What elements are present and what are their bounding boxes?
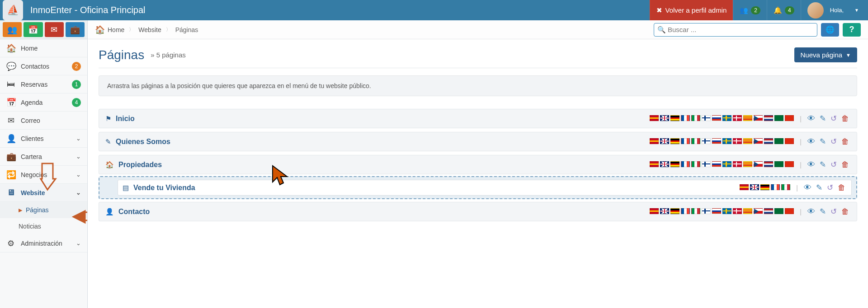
- flag-ru-icon[interactable]: [712, 161, 721, 167]
- flag-sa-icon[interactable]: [774, 208, 783, 214]
- page-row-dragging[interactable]: ▤ Vende tu Vivienda | 👁 ✎ ↺ 🗑: [118, 180, 852, 196]
- trash-icon[interactable]: 🗑: [841, 160, 849, 169]
- flag-de-icon[interactable]: [670, 161, 679, 167]
- flag-ru-icon[interactable]: [712, 115, 721, 121]
- flag-it-icon[interactable]: [691, 161, 700, 167]
- breadcrumb-website[interactable]: Website: [138, 26, 161, 33]
- quick-mail-button[interactable]: ✉: [45, 22, 64, 37]
- sidebar-sub-paginas[interactable]: ▶Páginas: [0, 202, 87, 218]
- flag-sa-icon[interactable]: [774, 115, 783, 121]
- flag-fi-icon[interactable]: [702, 115, 711, 121]
- help-button[interactable]: ?: [843, 23, 861, 37]
- drop-zone[interactable]: ▤ Vende tu Vivienda | 👁 ✎ ↺ 🗑: [99, 176, 857, 199]
- flag-dk-icon[interactable]: [733, 115, 742, 121]
- flag-cn-icon[interactable]: [785, 161, 794, 167]
- flag-fr-icon[interactable]: [681, 138, 690, 144]
- flag-cz-icon[interactable]: [754, 161, 763, 167]
- flag-fr-icon[interactable]: [681, 115, 690, 121]
- page-row[interactable]: 🏠 Propiedades | 👁 ✎ ↺ 🗑: [99, 155, 857, 174]
- flag-de-icon[interactable]: [670, 115, 679, 121]
- undo-icon[interactable]: ↺: [830, 160, 837, 169]
- flag-cn-icon[interactable]: [785, 138, 794, 144]
- sidebar-item-administracion[interactable]: ⚙Administración⌄: [0, 234, 87, 252]
- new-page-button[interactable]: Nueva página ▼: [794, 47, 857, 62]
- flag-es-icon[interactable]: [650, 115, 659, 121]
- sidebar-item-reservas[interactable]: 🛏Reservas1: [0, 75, 87, 93]
- flag-gb-icon[interactable]: [660, 161, 669, 167]
- flag-fi-icon[interactable]: [702, 138, 711, 144]
- globe-button[interactable]: 🌐: [821, 23, 839, 37]
- flag-ru-icon[interactable]: [712, 138, 721, 144]
- page-row[interactable]: ⚑ Inicio | 👁 ✎ ↺ 🗑: [99, 109, 857, 128]
- flag-de-icon[interactable]: [760, 184, 769, 190]
- edit-icon[interactable]: ✎: [816, 183, 822, 192]
- header-bell-button[interactable]: 🔔 4: [767, 0, 801, 20]
- sidebar-item-contactos[interactable]: 💬Contactos2: [0, 57, 87, 75]
- flag-nl-icon[interactable]: [764, 161, 773, 167]
- flag-sa-icon[interactable]: [774, 161, 783, 167]
- view-icon[interactable]: 👁: [804, 183, 811, 192]
- sidebar-item-website[interactable]: 🖥Website⌄: [0, 184, 87, 202]
- flag-nl-icon[interactable]: [764, 115, 773, 121]
- view-icon[interactable]: 👁: [807, 160, 815, 169]
- trash-icon[interactable]: 🗑: [838, 183, 845, 192]
- flag-se-icon[interactable]: [722, 161, 731, 167]
- trash-icon[interactable]: 🗑: [841, 114, 849, 123]
- flag-de-icon[interactable]: [670, 208, 679, 214]
- flag-se-icon[interactable]: [722, 138, 731, 144]
- back-to-admin-button[interactable]: ✖ Volver a perfil admin: [650, 0, 733, 20]
- sidebar-sub-noticias[interactable]: Noticias: [0, 218, 87, 234]
- view-icon[interactable]: 👁: [807, 114, 815, 123]
- flag-fi-icon[interactable]: [702, 208, 711, 214]
- flag-de-icon[interactable]: [670, 138, 679, 144]
- flag-es-icon[interactable]: [650, 161, 659, 167]
- quick-calendar-button[interactable]: 📅: [24, 22, 42, 37]
- flag-es-icon[interactable]: [650, 208, 659, 214]
- view-icon[interactable]: 👁: [807, 207, 815, 216]
- edit-icon[interactable]: ✎: [820, 160, 826, 169]
- flag-dk-icon[interactable]: [733, 138, 742, 144]
- flag-dk-icon[interactable]: [733, 161, 742, 167]
- flag-fi-icon[interactable]: [702, 161, 711, 167]
- flag-cz-icon[interactable]: [754, 138, 763, 144]
- flag-ca-icon[interactable]: [743, 208, 752, 214]
- flag-ca-icon[interactable]: [743, 115, 752, 121]
- flag-ru-icon[interactable]: [712, 208, 721, 214]
- header-users-button[interactable]: 👥 2: [733, 0, 767, 20]
- page-row[interactable]: 👤 Contacto | 👁 ✎ ↺ 🗑: [99, 202, 857, 221]
- flag-cz-icon[interactable]: [754, 208, 763, 214]
- flag-gb-icon[interactable]: [660, 208, 669, 214]
- view-icon[interactable]: 👁: [807, 137, 815, 146]
- sidebar-item-cartera[interactable]: 💼Cartera⌄: [0, 148, 87, 166]
- flag-it-icon[interactable]: [781, 184, 790, 190]
- flag-ca-icon[interactable]: [743, 138, 752, 144]
- flag-it-icon[interactable]: [691, 208, 700, 214]
- flag-fr-icon[interactable]: [681, 208, 690, 214]
- flag-it-icon[interactable]: [691, 138, 700, 144]
- undo-icon[interactable]: ↺: [830, 114, 837, 123]
- flag-fr-icon[interactable]: [681, 161, 690, 167]
- flag-gb-icon[interactable]: [660, 115, 669, 121]
- flag-se-icon[interactable]: [722, 208, 731, 214]
- flag-se-icon[interactable]: [722, 115, 731, 121]
- trash-icon[interactable]: 🗑: [841, 137, 849, 146]
- quick-users-button[interactable]: 👥: [3, 22, 22, 37]
- sidebar-item-correo[interactable]: ✉Correo: [0, 112, 87, 130]
- trash-icon[interactable]: 🗑: [841, 207, 849, 216]
- search-input[interactable]: [654, 23, 817, 37]
- edit-icon[interactable]: ✎: [820, 137, 826, 146]
- flag-cn-icon[interactable]: [785, 115, 794, 121]
- flag-it-icon[interactable]: [691, 115, 700, 121]
- flag-cn-icon[interactable]: [785, 208, 794, 214]
- flag-es-icon[interactable]: [650, 138, 659, 144]
- flag-gb-icon[interactable]: [660, 138, 669, 144]
- flag-sa-icon[interactable]: [774, 138, 783, 144]
- sidebar-item-negocios[interactable]: 🔁Negocios⌄: [0, 166, 87, 184]
- undo-icon[interactable]: ↺: [830, 207, 837, 216]
- flag-nl-icon[interactable]: [764, 138, 773, 144]
- flag-ca-icon[interactable]: [743, 161, 752, 167]
- page-row[interactable]: ✎ Quienes Somos | 👁 ✎ ↺ 🗑: [99, 132, 857, 151]
- quick-briefcase-button[interactable]: 💼: [66, 22, 85, 37]
- edit-icon[interactable]: ✎: [820, 207, 826, 216]
- breadcrumb-home[interactable]: Home: [108, 26, 124, 33]
